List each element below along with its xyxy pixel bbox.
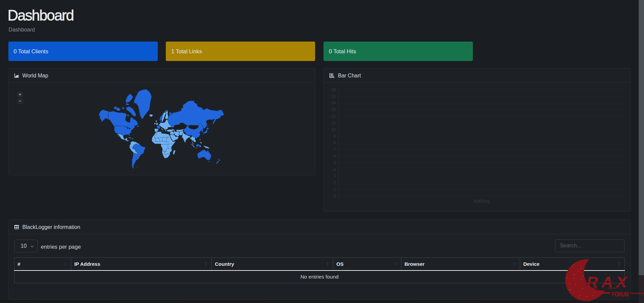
svg-text:6: 6 bbox=[334, 154, 336, 159]
svg-text:15: 15 bbox=[331, 94, 336, 99]
svg-text:11: 11 bbox=[332, 121, 336, 125]
svg-text:1: 1 bbox=[334, 187, 336, 192]
svg-text:0: 0 bbox=[334, 194, 336, 198]
svg-text:FORUM: FORUM bbox=[612, 291, 629, 298]
svg-text:16: 16 bbox=[331, 87, 336, 92]
svg-text:4: 4 bbox=[334, 167, 336, 172]
svg-text:13: 13 bbox=[331, 107, 336, 112]
svg-text:9: 9 bbox=[334, 134, 336, 138]
svg-text:2: 2 bbox=[334, 180, 336, 185]
svg-text:Nothing: Nothing bbox=[473, 198, 490, 204]
svg-text:8: 8 bbox=[334, 140, 336, 145]
svg-text:5: 5 bbox=[334, 161, 336, 165]
svg-text:12: 12 bbox=[331, 114, 336, 119]
svg-text:10: 10 bbox=[331, 127, 336, 132]
svg-text:7: 7 bbox=[334, 147, 336, 152]
svg-text:3: 3 bbox=[334, 174, 336, 178]
svg-text:14: 14 bbox=[331, 101, 336, 105]
